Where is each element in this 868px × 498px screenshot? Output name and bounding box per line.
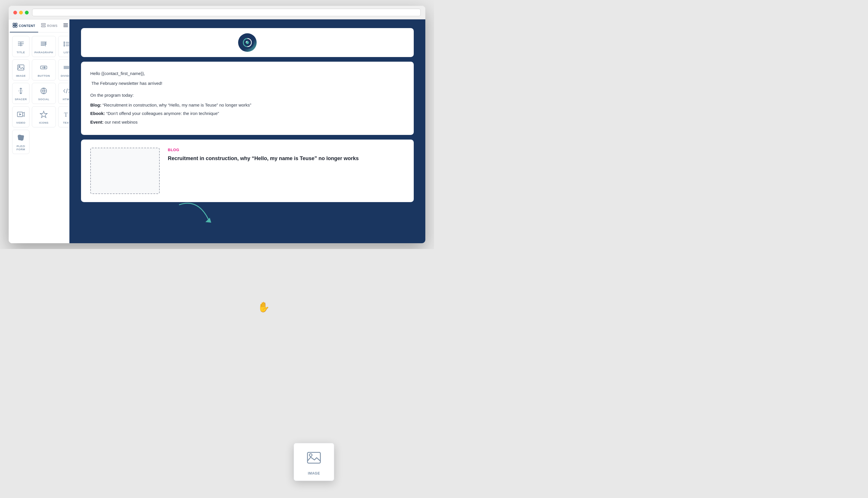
content-item-video[interactable]: VIDEO bbox=[12, 106, 29, 127]
video-icon bbox=[15, 110, 27, 119]
list-icon bbox=[61, 40, 69, 48]
content-grid: TITLE PARAGRAPH bbox=[9, 32, 69, 158]
form-icon bbox=[15, 133, 27, 142]
email-event-item: Event: our next webinos bbox=[90, 118, 405, 126]
content-item-image[interactable]: IMAGE bbox=[12, 60, 29, 80]
close-button[interactable] bbox=[13, 11, 17, 14]
content-item-title[interactable]: TITLE bbox=[12, 36, 29, 57]
minimize-button[interactable] bbox=[19, 11, 23, 14]
main-canvas: Hello {{contact_first_name}}, The Februa… bbox=[69, 19, 425, 243]
icons-icon bbox=[38, 110, 50, 119]
content-item-form[interactable]: PLEZI FORM bbox=[12, 130, 29, 154]
blog-text: “Recruitment in construction, why “Hello… bbox=[103, 103, 252, 107]
ebook-text: “Don’t offend your colleagues anymore: t… bbox=[106, 111, 219, 116]
svg-point-26 bbox=[19, 66, 20, 67]
svg-line-36 bbox=[66, 89, 67, 93]
blog-image-drop-zone bbox=[90, 148, 160, 194]
browser-chrome bbox=[9, 6, 425, 19]
paragraph-label: PARAGRAPH bbox=[35, 51, 53, 54]
email-blog-item: Blog: “Recruitment in construction, why … bbox=[90, 101, 405, 109]
svg-rect-0 bbox=[13, 23, 15, 25]
tab-content-label: CONTENT bbox=[19, 24, 35, 27]
content-item-icons[interactable]: ICONS bbox=[32, 106, 56, 127]
svg-marker-38 bbox=[19, 113, 22, 116]
text-label: TEXT bbox=[63, 121, 69, 124]
svg-rect-7 bbox=[64, 25, 68, 25]
logo bbox=[238, 33, 257, 52]
blog-label: Blog: bbox=[90, 103, 101, 107]
email-content: Hello {{contact_first_name}}, The Februa… bbox=[90, 70, 405, 126]
address-bar[interactable] bbox=[32, 9, 421, 16]
text-icon: T bbox=[61, 110, 69, 119]
email-blog-block: BLOG Recruitment in construction, why “H… bbox=[81, 140, 414, 202]
spacer-icon bbox=[15, 87, 27, 95]
settings-tab-icon bbox=[63, 23, 68, 28]
divider-icon bbox=[61, 63, 69, 72]
blog-tag: BLOG bbox=[168, 148, 405, 152]
content-item-social[interactable]: SOCIAL bbox=[32, 83, 56, 104]
svg-point-22 bbox=[64, 42, 65, 43]
html-label: HTML bbox=[63, 97, 69, 101]
svg-point-24 bbox=[64, 45, 65, 46]
icons-label: ICONS bbox=[39, 121, 49, 124]
content-item-paragraph[interactable]: PARAGRAPH bbox=[32, 36, 56, 57]
tab-content[interactable]: CONTENT bbox=[10, 19, 38, 32]
content-item-button[interactable]: BUTTON bbox=[32, 60, 56, 80]
tab-rows-label: ROWS bbox=[47, 24, 57, 27]
email-program-heading: On the program today: bbox=[90, 91, 405, 99]
content-item-html[interactable]: HTML bbox=[58, 83, 69, 104]
maximize-button[interactable] bbox=[25, 11, 29, 14]
email-text-block: Hello {{contact_first_name}}, The Februa… bbox=[81, 62, 414, 135]
event-text: our next webinos bbox=[105, 120, 137, 124]
browser-window: CONTENT ROWS bbox=[9, 6, 425, 243]
content-item-text[interactable]: T TEXT bbox=[58, 106, 69, 127]
content-item-list[interactable]: LIST bbox=[58, 36, 69, 57]
svg-rect-8 bbox=[64, 26, 68, 27]
email-ebook-item: Ebook: “Don’t offend your colleagues any… bbox=[90, 110, 405, 117]
blog-title: Recruitment in construction, why “Hello,… bbox=[168, 155, 405, 162]
svg-rect-25 bbox=[18, 65, 24, 70]
sidebar-tabs: CONTENT ROWS bbox=[9, 19, 69, 32]
email-greeting: Hello {{contact_first_name}}, bbox=[90, 70, 405, 77]
svg-rect-2 bbox=[13, 25, 15, 27]
button-label: BUTTON bbox=[38, 74, 50, 77]
rows-tab-icon bbox=[41, 23, 46, 28]
html-icon bbox=[61, 87, 69, 95]
video-label: VIDEO bbox=[16, 121, 26, 124]
svg-rect-6 bbox=[64, 24, 68, 24]
svg-rect-5 bbox=[41, 26, 45, 27]
drop-arrow bbox=[176, 199, 223, 229]
title-label: TITLE bbox=[17, 51, 25, 54]
spacer-label: SPACER bbox=[15, 97, 27, 101]
svg-marker-39 bbox=[40, 111, 47, 118]
sidebar: CONTENT ROWS bbox=[9, 19, 69, 243]
divider-label: DIVIDER bbox=[61, 74, 69, 77]
event-label: Event: bbox=[90, 120, 104, 124]
content-item-divider[interactable]: DIVIDER bbox=[58, 60, 69, 80]
image-icon bbox=[15, 63, 27, 72]
svg-rect-1 bbox=[15, 23, 17, 25]
tab-rows[interactable]: ROWS bbox=[38, 19, 60, 32]
svg-rect-3 bbox=[15, 25, 17, 27]
blog-content: BLOG Recruitment in construction, why “H… bbox=[168, 148, 405, 162]
form-label: PLEZI FORM bbox=[15, 144, 27, 151]
button-icon bbox=[38, 63, 50, 72]
title-icon bbox=[15, 40, 27, 48]
svg-rect-4 bbox=[41, 24, 45, 25]
paragraph-icon bbox=[38, 40, 50, 48]
traffic-lights bbox=[13, 11, 29, 14]
email-intro: The February newsletter has arrived! bbox=[90, 80, 405, 87]
social-icon bbox=[38, 87, 50, 95]
content-item-spacer[interactable]: SPACER bbox=[12, 83, 29, 104]
email-logo-block bbox=[81, 28, 414, 57]
image-label: IMAGE bbox=[16, 74, 26, 77]
svg-text:T: T bbox=[64, 111, 68, 118]
svg-point-23 bbox=[64, 44, 65, 44]
app-body: CONTENT ROWS bbox=[9, 19, 425, 243]
list-label: LIST bbox=[64, 51, 69, 54]
ebook-label: Ebook: bbox=[90, 111, 105, 116]
social-label: SOCIAL bbox=[38, 97, 50, 101]
content-tab-icon bbox=[13, 23, 17, 28]
